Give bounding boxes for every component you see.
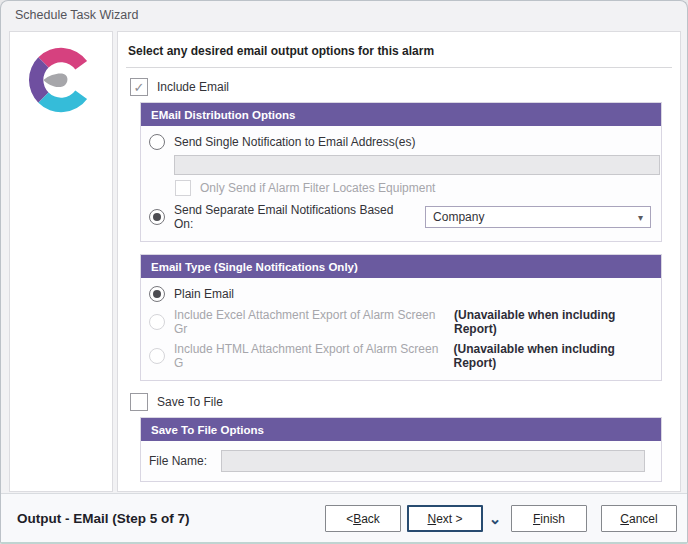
send-single-notification-row: Send Single Notification to Email Addres… xyxy=(149,131,653,153)
email-addresses-input[interactable] xyxy=(174,155,660,175)
based-on-selected-value: Company xyxy=(433,210,484,224)
title-bar: Schedule Task Wizard xyxy=(1,1,687,29)
plain-email-radio[interactable] xyxy=(149,286,165,302)
html-attachment-row: Include HTML Attachment Export of Alarm … xyxy=(149,339,653,373)
email-distribution-section: EMail Distribution Options Send Single N… xyxy=(140,102,662,242)
next-button[interactable]: Next > xyxy=(407,505,483,532)
send-single-notification-label: Send Single Notification to Email Addres… xyxy=(174,135,415,149)
email-type-section: Email Type (Single Notifications Only) P… xyxy=(140,254,662,381)
html-attachment-label: Include HTML Attachment Export of Alarm … xyxy=(174,342,441,370)
finish-button[interactable]: Finish xyxy=(511,505,587,532)
html-attachment-radio[interactable] xyxy=(149,348,165,364)
file-name-label: File Name: xyxy=(149,454,221,468)
wizard-logo-panel xyxy=(9,31,113,492)
alarm-filter-label: Only Send if Alarm Filter Locates Equipm… xyxy=(200,181,435,195)
file-name-input[interactable] xyxy=(221,450,645,472)
email-distribution-header: EMail Distribution Options xyxy=(141,103,661,126)
wizard-buttons: < Back Next > ⌄ Finish Cancel xyxy=(325,505,677,532)
include-email-checkbox[interactable]: ✓ xyxy=(130,78,148,96)
email-type-header: Email Type (Single Notifications Only) xyxy=(141,255,661,278)
save-to-file-label: Save To File xyxy=(157,395,223,409)
wizard-footer: Output - EMail (Step 5 of 7) < Back Next… xyxy=(1,493,688,543)
wizard-content-panel: Select any desired email output options … xyxy=(117,31,681,492)
excel-attachment-label: Include Excel Attachment Export of Alarm… xyxy=(174,308,441,336)
check-icon: ✓ xyxy=(134,81,145,94)
file-name-row: File Name: xyxy=(141,441,661,481)
plain-email-label: Plain Email xyxy=(174,287,234,301)
send-separate-notifications-row: Send Separate Email Notifications Based … xyxy=(149,200,653,234)
app-logo-icon xyxy=(21,40,101,120)
step-status-label: Output - EMail (Step 5 of 7) xyxy=(17,511,190,526)
back-button[interactable]: < Back xyxy=(325,505,401,532)
dropdown-arrow-icon: ▾ xyxy=(638,212,643,223)
send-separate-notifications-label: Send Separate Email Notifications Based … xyxy=(174,203,416,231)
excel-attachment-note: (Unavailable when including Report) xyxy=(454,308,653,336)
alarm-filter-checkbox[interactable] xyxy=(175,180,191,196)
include-email-row: ✓ Include Email xyxy=(130,78,672,96)
cancel-button[interactable]: Cancel xyxy=(601,505,677,532)
send-single-notification-radio[interactable] xyxy=(149,134,165,150)
window-title: Schedule Task Wizard xyxy=(15,8,138,22)
save-to-file-section: Save To File Options File Name: xyxy=(140,417,662,482)
excel-attachment-row: Include Excel Attachment Export of Alarm… xyxy=(149,305,653,339)
save-to-file-row: Save To File xyxy=(130,393,672,411)
based-on-dropdown[interactable]: Company ▾ xyxy=(425,206,651,228)
save-to-file-header: Save To File Options xyxy=(141,418,661,441)
save-to-file-checkbox[interactable] xyxy=(130,393,148,411)
plain-email-row: Plain Email xyxy=(149,283,653,305)
page-title: Select any desired email output options … xyxy=(126,42,672,68)
html-attachment-note: (Unavailable when including Report) xyxy=(454,342,654,370)
include-email-label: Include Email xyxy=(157,80,229,94)
alarm-filter-row: Only Send if Alarm Filter Locates Equipm… xyxy=(175,180,653,196)
send-separate-notifications-radio[interactable] xyxy=(149,209,165,225)
chevron-down-icon[interactable]: ⌄ xyxy=(485,505,505,532)
schedule-task-wizard-window: Schedule Task Wizard Select any desired … xyxy=(0,0,688,544)
excel-attachment-radio[interactable] xyxy=(149,314,165,330)
